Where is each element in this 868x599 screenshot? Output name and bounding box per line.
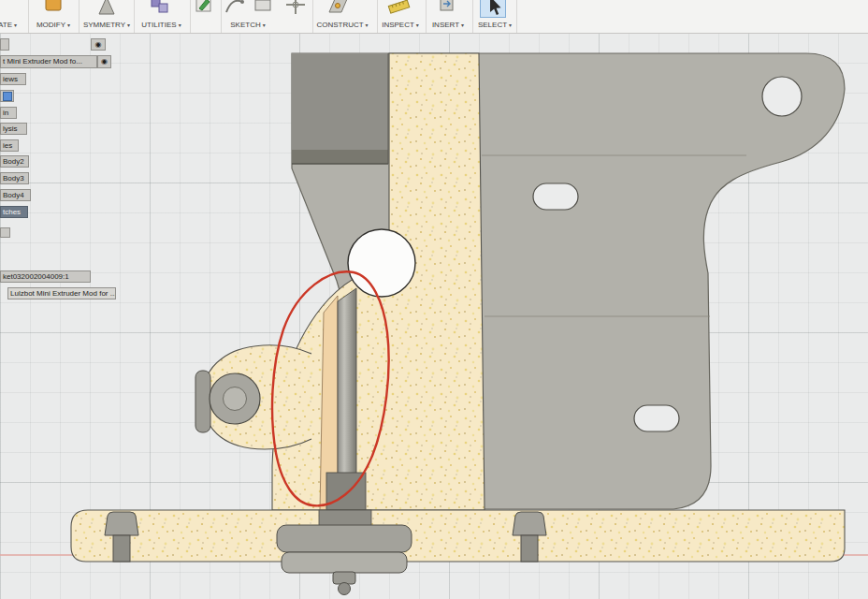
menu-construct[interactable]: CONSTRUCT▾ xyxy=(313,0,371,33)
chevron-down-icon: ▾ xyxy=(127,22,130,28)
browser-item-body4[interactable]: Body4 xyxy=(0,189,31,201)
browser-item-component-icon[interactable] xyxy=(0,90,14,102)
browser-fragment[interactable] xyxy=(0,38,9,51)
base-plate[interactable] xyxy=(71,510,845,562)
shaft-ball-end xyxy=(339,583,351,595)
menu-create-label[interactable]: ATE xyxy=(0,21,12,29)
idler-pin xyxy=(195,371,210,432)
fusion360-app: { "colors": { "annotation_red": "#cb3726… xyxy=(0,0,868,599)
recess-face xyxy=(292,53,388,164)
chevron-down-icon: ▾ xyxy=(67,22,70,28)
menu-utilities[interactable]: UTILITIES▾ xyxy=(135,0,188,33)
menu-sketch-label[interactable]: SKETCH xyxy=(230,21,260,29)
chevron-down-icon: ▾ xyxy=(14,22,17,28)
round-hole xyxy=(762,77,802,116)
chevron-down-icon: ▾ xyxy=(263,22,266,28)
menu-modify[interactable]: MODIFY▾ xyxy=(28,0,79,33)
menu-inspect-label[interactable]: INSPECT xyxy=(382,21,414,29)
toolbar: ATE▾ MODIFY▾ SYMMETRY▾ UTILITIES▾ SKETCH… xyxy=(0,0,868,34)
menu-select[interactable]: SELECT▾ xyxy=(473,0,516,33)
menu-select-label[interactable]: SELECT xyxy=(478,21,507,29)
document-visibility-toggle[interactable]: ◉ xyxy=(91,38,106,51)
document-radio-toggle[interactable]: ◉ xyxy=(97,55,111,68)
browser-item-named-views[interactable]: iews xyxy=(0,73,26,85)
browser-item-component[interactable]: ket032002004009:1 xyxy=(0,270,91,283)
model-3d xyxy=(0,33,868,599)
toolbar-separator xyxy=(190,0,191,33)
menu-insert-label[interactable]: INSERT xyxy=(432,21,459,29)
menu-inspect[interactable]: INSPECT▾ xyxy=(378,0,423,33)
toolbar-separator xyxy=(516,0,517,33)
browser-item-small[interactable] xyxy=(0,227,10,238)
menu-utilities-label[interactable]: UTILITIES xyxy=(141,21,176,29)
menu-construct-label[interactable]: CONSTRUCT xyxy=(316,21,363,29)
filament-hole[interactable] xyxy=(348,229,415,297)
slot-hole-lower xyxy=(634,405,679,431)
browser-item-sketches[interactable]: tches xyxy=(0,206,28,218)
slot-hole-upper xyxy=(533,183,578,210)
chevron-down-icon: ▾ xyxy=(179,22,181,28)
browser-item-analysis[interactable]: lysis xyxy=(0,123,27,135)
move-icon[interactable] xyxy=(283,0,308,18)
menu-insert[interactable]: INSERT▾ xyxy=(427,0,470,33)
recess-shadow xyxy=(292,150,388,164)
browser-item-body2[interactable]: Body2 xyxy=(0,155,29,168)
menu-symmetry[interactable]: SYMMETRY▾ xyxy=(80,0,134,33)
menu-modify-label[interactable]: MODIFY xyxy=(36,21,65,29)
chevron-down-icon: ▾ xyxy=(416,22,419,28)
chevron-down-icon: ▾ xyxy=(366,22,369,28)
component-cube-icon xyxy=(3,92,12,101)
browser-item-body3[interactable]: Body3 xyxy=(0,172,29,184)
viewport-canvas[interactable] xyxy=(0,33,868,599)
menu-symmetry-label[interactable]: SYMMETRY xyxy=(83,21,125,29)
browser-item-origin[interactable]: in xyxy=(0,107,17,119)
chevron-down-icon: ▾ xyxy=(461,22,464,28)
idler-bearing-bore xyxy=(224,387,247,411)
browser-item-bodies[interactable]: ies xyxy=(0,139,19,152)
browser-item-component-name[interactable]: Lulzbot Mini Extruder Mod for ... xyxy=(7,287,116,300)
create-sketch-icon[interactable] xyxy=(193,0,217,18)
radio-icon: ◉ xyxy=(95,40,102,49)
chevron-down-icon: ▾ xyxy=(509,22,512,28)
browser-document[interactable]: t Mini Extruder Mod fo... xyxy=(0,55,97,68)
menu-sketch[interactable]: SKETCH▾ xyxy=(222,0,274,33)
idler-arm[interactable] xyxy=(195,345,311,449)
